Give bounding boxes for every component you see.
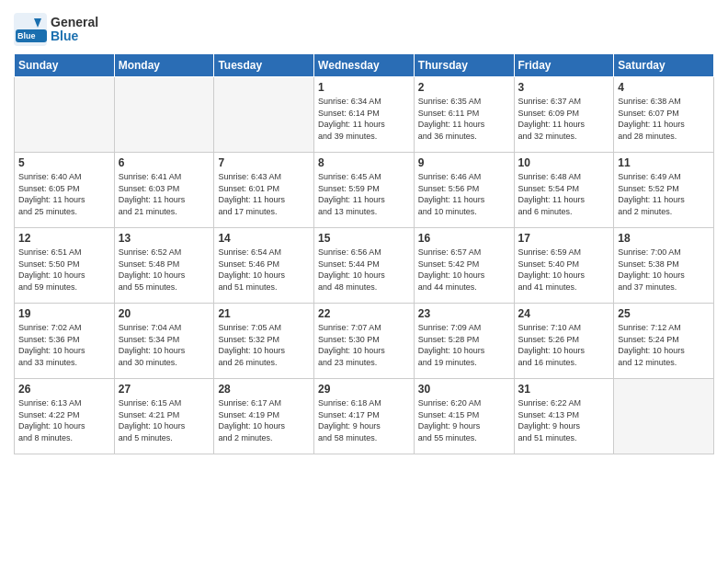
calendar-cell: 13Sunrise: 6:52 AM Sunset: 5:48 PM Dayli… — [114, 228, 214, 304]
day-info: Sunrise: 6:45 AM Sunset: 5:59 PM Dayligh… — [318, 171, 410, 217]
calendar-table: SundayMondayTuesdayWednesdayThursdayFrid… — [14, 53, 714, 454]
day-info: Sunrise: 6:57 AM Sunset: 5:42 PM Dayligh… — [418, 247, 510, 293]
day-number: 31 — [518, 383, 610, 396]
day-number: 10 — [518, 156, 610, 169]
calendar-cell: 6Sunrise: 6:41 AM Sunset: 6:03 PM Daylig… — [114, 153, 214, 228]
day-number: 14 — [218, 232, 310, 245]
calendar-cell: 5Sunrise: 6:40 AM Sunset: 6:05 PM Daylig… — [15, 153, 115, 228]
calendar-cell: 4Sunrise: 6:38 AM Sunset: 6:07 PM Daylig… — [614, 77, 714, 153]
calendar-cell — [15, 77, 115, 153]
day-info: Sunrise: 6:17 AM Sunset: 4:19 PM Dayligh… — [218, 397, 310, 443]
calendar-cell — [114, 77, 214, 153]
weekday-header-sunday: Sunday — [15, 54, 115, 77]
calendar-cell: 18Sunrise: 7:00 AM Sunset: 5:38 PM Dayli… — [614, 228, 714, 304]
day-number: 23 — [418, 307, 510, 320]
day-info: Sunrise: 6:18 AM Sunset: 4:17 PM Dayligh… — [318, 397, 410, 443]
calendar-cell — [614, 379, 714, 454]
calendar-cell: 14Sunrise: 6:54 AM Sunset: 5:46 PM Dayli… — [214, 228, 314, 304]
day-info: Sunrise: 6:15 AM Sunset: 4:21 PM Dayligh… — [119, 397, 210, 443]
day-info: Sunrise: 6:41 AM Sunset: 6:03 PM Dayligh… — [119, 171, 210, 217]
day-info: Sunrise: 7:05 AM Sunset: 5:32 PM Dayligh… — [218, 322, 310, 368]
day-number: 22 — [318, 307, 410, 320]
day-info: Sunrise: 7:09 AM Sunset: 5:28 PM Dayligh… — [418, 322, 510, 368]
day-info: Sunrise: 6:13 AM Sunset: 4:22 PM Dayligh… — [18, 397, 110, 443]
day-number: 13 — [119, 232, 210, 245]
calendar-cell: 22Sunrise: 7:07 AM Sunset: 5:30 PM Dayli… — [314, 304, 415, 379]
day-number: 4 — [618, 81, 710, 94]
calendar-cell: 24Sunrise: 7:10 AM Sunset: 5:26 PM Dayli… — [514, 304, 614, 379]
weekday-header-monday: Monday — [114, 54, 214, 77]
calendar-cell: 10Sunrise: 6:48 AM Sunset: 5:54 PM Dayli… — [514, 153, 614, 228]
weekday-header-wednesday: Wednesday — [314, 54, 415, 77]
day-info: Sunrise: 6:20 AM Sunset: 4:15 PM Dayligh… — [418, 397, 510, 443]
logo-line1: General — [51, 16, 98, 29]
calendar-week-1: 5Sunrise: 6:40 AM Sunset: 6:05 PM Daylig… — [15, 153, 714, 228]
calendar-cell: 21Sunrise: 7:05 AM Sunset: 5:32 PM Dayli… — [214, 304, 314, 379]
calendar-cell: 27Sunrise: 6:15 AM Sunset: 4:21 PM Dayli… — [114, 379, 214, 454]
day-number: 2 — [418, 81, 510, 94]
logo-shape: Blue — [14, 13, 47, 46]
day-number: 7 — [218, 156, 310, 169]
svg-text:Blue: Blue — [17, 31, 36, 40]
header: Blue General Blue — [14, 9, 714, 46]
day-number: 21 — [218, 307, 310, 320]
day-info: Sunrise: 6:37 AM Sunset: 6:09 PM Dayligh… — [518, 96, 610, 142]
calendar-cell: 9Sunrise: 6:46 AM Sunset: 5:56 PM Daylig… — [414, 153, 514, 228]
day-info: Sunrise: 6:35 AM Sunset: 6:11 PM Dayligh… — [418, 96, 510, 142]
day-number: 6 — [119, 156, 210, 169]
calendar-cell: 28Sunrise: 6:17 AM Sunset: 4:19 PM Dayli… — [214, 379, 314, 454]
day-info: Sunrise: 6:59 AM Sunset: 5:40 PM Dayligh… — [518, 247, 610, 293]
day-number: 24 — [518, 307, 610, 320]
logo-svg: Blue — [14, 13, 47, 46]
calendar-cell: 11Sunrise: 6:49 AM Sunset: 5:52 PM Dayli… — [614, 153, 714, 228]
day-number: 30 — [418, 383, 510, 396]
calendar-cell: 8Sunrise: 6:45 AM Sunset: 5:59 PM Daylig… — [314, 153, 415, 228]
day-info: Sunrise: 6:40 AM Sunset: 6:05 PM Dayligh… — [18, 171, 110, 217]
day-info: Sunrise: 6:22 AM Sunset: 4:13 PM Dayligh… — [518, 397, 610, 443]
day-info: Sunrise: 6:43 AM Sunset: 6:01 PM Dayligh… — [218, 171, 310, 217]
day-number: 26 — [18, 383, 110, 396]
weekday-header-thursday: Thursday — [414, 54, 514, 77]
day-info: Sunrise: 6:52 AM Sunset: 5:48 PM Dayligh… — [119, 247, 210, 293]
calendar-week-2: 12Sunrise: 6:51 AM Sunset: 5:50 PM Dayli… — [15, 228, 714, 304]
logo: Blue General Blue — [14, 13, 98, 46]
day-number: 17 — [518, 232, 610, 245]
day-number: 3 — [518, 81, 610, 94]
day-info: Sunrise: 7:07 AM Sunset: 5:30 PM Dayligh… — [318, 322, 410, 368]
calendar-cell: 20Sunrise: 7:04 AM Sunset: 5:34 PM Dayli… — [114, 304, 214, 379]
main-container: Blue General Blue SundayMondayTuesdayWed… — [0, 0, 728, 459]
calendar-cell: 12Sunrise: 6:51 AM Sunset: 5:50 PM Dayli… — [15, 228, 115, 304]
day-number: 8 — [318, 156, 410, 169]
day-info: Sunrise: 7:04 AM Sunset: 5:34 PM Dayligh… — [119, 322, 210, 368]
day-info: Sunrise: 6:51 AM Sunset: 5:50 PM Dayligh… — [18, 247, 110, 293]
day-number: 16 — [418, 232, 510, 245]
calendar-cell: 7Sunrise: 6:43 AM Sunset: 6:01 PM Daylig… — [214, 153, 314, 228]
day-number: 15 — [318, 232, 410, 245]
calendar-cell: 2Sunrise: 6:35 AM Sunset: 6:11 PM Daylig… — [414, 77, 514, 153]
calendar-cell: 16Sunrise: 6:57 AM Sunset: 5:42 PM Dayli… — [414, 228, 514, 304]
calendar-cell: 31Sunrise: 6:22 AM Sunset: 4:13 PM Dayli… — [514, 379, 614, 454]
calendar-cell: 29Sunrise: 6:18 AM Sunset: 4:17 PM Dayli… — [314, 379, 415, 454]
day-info: Sunrise: 6:49 AM Sunset: 5:52 PM Dayligh… — [618, 171, 710, 217]
calendar-cell: 1Sunrise: 6:34 AM Sunset: 6:14 PM Daylig… — [314, 77, 415, 153]
day-info: Sunrise: 7:02 AM Sunset: 5:36 PM Dayligh… — [18, 322, 110, 368]
calendar-cell: 26Sunrise: 6:13 AM Sunset: 4:22 PM Dayli… — [15, 379, 115, 454]
day-info: Sunrise: 7:10 AM Sunset: 5:26 PM Dayligh… — [518, 322, 610, 368]
calendar-cell: 15Sunrise: 6:56 AM Sunset: 5:44 PM Dayli… — [314, 228, 415, 304]
calendar-week-3: 19Sunrise: 7:02 AM Sunset: 5:36 PM Dayli… — [15, 304, 714, 379]
day-number: 19 — [18, 307, 110, 320]
calendar-week-4: 26Sunrise: 6:13 AM Sunset: 4:22 PM Dayli… — [15, 379, 714, 454]
calendar-cell: 19Sunrise: 7:02 AM Sunset: 5:36 PM Dayli… — [15, 304, 115, 379]
calendar-cell: 3Sunrise: 6:37 AM Sunset: 6:09 PM Daylig… — [514, 77, 614, 153]
day-number: 28 — [218, 383, 310, 396]
day-number: 25 — [618, 307, 710, 320]
calendar-cell — [214, 77, 314, 153]
calendar-cell: 30Sunrise: 6:20 AM Sunset: 4:15 PM Dayli… — [414, 379, 514, 454]
calendar-week-0: 1Sunrise: 6:34 AM Sunset: 6:14 PM Daylig… — [15, 77, 714, 153]
day-info: Sunrise: 6:56 AM Sunset: 5:44 PM Dayligh… — [318, 247, 410, 293]
day-number: 1 — [318, 81, 410, 94]
day-number: 18 — [618, 232, 710, 245]
day-info: Sunrise: 7:00 AM Sunset: 5:38 PM Dayligh… — [618, 247, 710, 293]
weekday-header-row: SundayMondayTuesdayWednesdayThursdayFrid… — [15, 54, 714, 77]
weekday-header-saturday: Saturday — [614, 54, 714, 77]
